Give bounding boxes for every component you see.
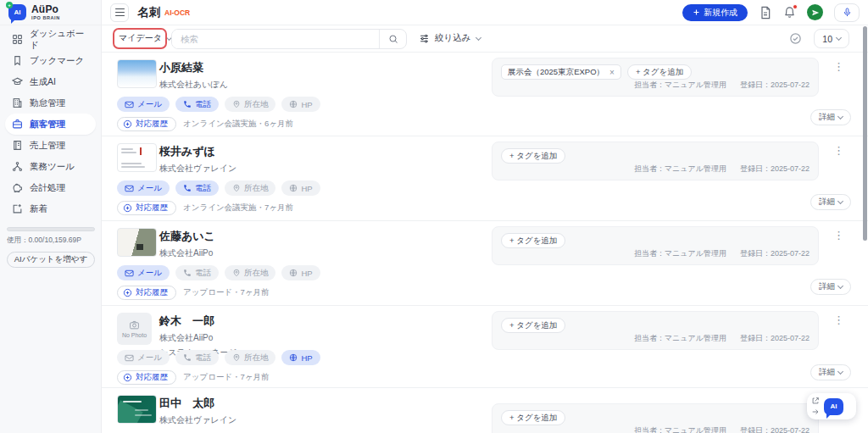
chevron-down-icon	[837, 114, 843, 119]
business-card-thumbnail[interactable]	[117, 143, 157, 172]
history-button[interactable]: 対応履歴	[117, 370, 176, 385]
mail-chip[interactable]: メール	[117, 350, 170, 365]
sidebar-item-new[interactable]: 新着	[5, 198, 96, 219]
csv-export-icon[interactable]	[759, 6, 772, 19]
sidebar: + AI AüPo IPO BRAIN ダッシュボード ブックマーク 生成AI …	[0, 0, 102, 433]
ai-chat-button[interactable]: AI	[824, 398, 843, 415]
hp-chip[interactable]: HP	[281, 180, 320, 196]
kebab-menu[interactable]: ⋮	[833, 230, 844, 241]
tag-box: + タグを追加 担当者：マニュアル管理用登録日：2025-07-22	[492, 142, 819, 180]
contact-name: 小原結菜	[159, 60, 228, 75]
sidebar-item-customers[interactable]: 顧客管理	[5, 114, 96, 135]
new-create-label: 新規作成	[704, 7, 737, 19]
sidebar-item-dashboard[interactable]: ダッシュボード	[5, 29, 96, 50]
sidebar-item-label: 勤怠管理	[30, 97, 65, 109]
history-button[interactable]: 対応履歴	[117, 201, 176, 215]
ai-ocr-badge: AI-OCR	[164, 8, 190, 17]
mail-icon	[125, 184, 134, 193]
sidebar-nav: ダッシュボード ブックマーク 生成AI 勤怠管理 顧客管理 売上管理 業務ツール	[0, 25, 101, 219]
kebab-menu[interactable]: ⋮	[833, 314, 844, 325]
add-tag-button[interactable]: + タグを追加	[501, 233, 565, 248]
location-chip[interactable]: 所在地	[225, 350, 276, 365]
phone-chip[interactable]: 電話	[175, 265, 219, 280]
hp-chip[interactable]: HP	[281, 350, 320, 365]
tag-box: + タグを追加 担当者：マニュアル管理用登録日：2025-07-22	[492, 311, 819, 350]
arrow-right-icon[interactable]	[811, 408, 820, 416]
search-box	[171, 29, 407, 49]
phone-icon	[183, 353, 192, 362]
details-button[interactable]: 詳細	[810, 194, 851, 210]
briefcase-icon	[12, 119, 23, 130]
search-input[interactable]	[172, 30, 379, 48]
location-chip[interactable]: 所在地	[225, 97, 276, 112]
hp-chip[interactable]: HP	[281, 265, 320, 280]
add-packets-button[interactable]: AIパケットを増やす	[7, 252, 95, 268]
mail-chip[interactable]: メール	[117, 265, 170, 280]
sidebar-item-generative-ai[interactable]: 生成AI	[5, 71, 96, 92]
details-button[interactable]: 詳細	[810, 279, 851, 295]
sidebar-item-sales[interactable]: 売上管理	[5, 135, 96, 156]
add-tag-button[interactable]: + タグを追加	[501, 410, 565, 425]
brand-logo: + AI AüPo IPO BRAIN	[0, 0, 101, 25]
logo-ai-text: AI	[14, 8, 21, 16]
kebab-menu[interactable]: ⋮	[833, 61, 844, 72]
hamburger-menu-button[interactable]	[110, 3, 129, 22]
location-chip[interactable]: 所在地	[225, 180, 276, 196]
tag-remove-icon[interactable]: ×	[609, 68, 615, 77]
contact-name: 佐藤あいこ	[159, 229, 215, 244]
contact-company: 株式会社AiiPo	[159, 247, 215, 259]
add-tag-button[interactable]: + タグを追加	[501, 148, 565, 164]
phone-chip[interactable]: 電話	[175, 97, 219, 112]
business-card-thumbnail[interactable]	[117, 59, 157, 88]
plus-circle-icon	[123, 119, 132, 129]
select-all-check-icon[interactable]	[789, 32, 802, 45]
phone-chip[interactable]: 電話	[175, 350, 219, 365]
send-icon[interactable]	[807, 4, 823, 20]
sidebar-item-attendance[interactable]: 勤怠管理	[5, 92, 96, 114]
phone-chip[interactable]: 電話	[175, 180, 219, 196]
filter-label: 絞り込み	[435, 32, 471, 44]
brand-subtitle: IPO BRAIN	[31, 16, 60, 21]
filter-button[interactable]: 絞り込み	[419, 32, 481, 44]
sidebar-item-label: 生成AI	[30, 76, 56, 88]
details-button[interactable]: 詳細	[810, 364, 851, 380]
scope-dropdown[interactable]: マイデータ	[119, 32, 171, 44]
page-size-dropdown[interactable]: 10	[814, 29, 849, 48]
sidebar-item-tools[interactable]: 業務ツール	[5, 156, 96, 177]
notification-dot	[793, 4, 798, 9]
history-button[interactable]: 対応履歴	[117, 286, 176, 300]
microphone-button[interactable]	[834, 3, 860, 22]
plus-circle-icon	[123, 288, 132, 297]
kebab-menu[interactable]: ⋮	[833, 145, 844, 156]
search-icon[interactable]	[379, 30, 406, 48]
tag-box: + タグを追加 担当者：マニュアル管理用登録日：2025-07-22	[492, 226, 819, 265]
external-link-icon[interactable]	[811, 397, 820, 405]
page-size-value: 10	[822, 34, 832, 44]
sidebar-item-bookmark[interactable]: ブックマーク	[5, 50, 96, 71]
business-card-thumbnail[interactable]	[117, 395, 157, 424]
sidebar-item-accounting[interactable]: 会計処理	[5, 177, 96, 198]
add-tag-button[interactable]: + タグを追加	[501, 318, 565, 333]
notification-bell-icon[interactable]	[783, 6, 796, 19]
business-card-thumbnail[interactable]	[117, 228, 157, 257]
hp-chip[interactable]: HP	[281, 97, 320, 112]
location-chip[interactable]: 所在地	[225, 265, 276, 280]
globe-icon	[289, 269, 298, 277]
sidebar-item-label: 売上管理	[30, 140, 65, 152]
mail-chip[interactable]: メール	[117, 97, 170, 112]
sidebar-item-label: ブックマーク	[30, 55, 84, 67]
building-icon	[12, 97, 23, 108]
add-tag-button[interactable]: + タグを追加	[627, 64, 692, 80]
scrollbar-thumb[interactable]	[863, 26, 867, 241]
contact-company: 株式会社ヴァレイン	[159, 163, 236, 175]
details-button[interactable]: 詳細	[810, 109, 851, 125]
new-create-button[interactable]: 新規作成	[682, 4, 748, 21]
chevron-down-icon	[837, 283, 843, 289]
globe-icon	[289, 353, 298, 362]
contact-row: 佐藤あいこ 株式会社AiiPo メール 電話 所在地 HP 対応履歴 アップロー…	[102, 221, 868, 306]
contact-row: 桜井みずほ 株式会社ヴァレイン メール 電話 所在地 HP 対応履歴 オンライン…	[102, 136, 868, 221]
page-title: 名刺	[137, 5, 160, 20]
history-button[interactable]: 対応履歴	[117, 117, 176, 131]
phone-icon	[183, 100, 192, 108]
mail-chip[interactable]: メール	[117, 180, 170, 196]
